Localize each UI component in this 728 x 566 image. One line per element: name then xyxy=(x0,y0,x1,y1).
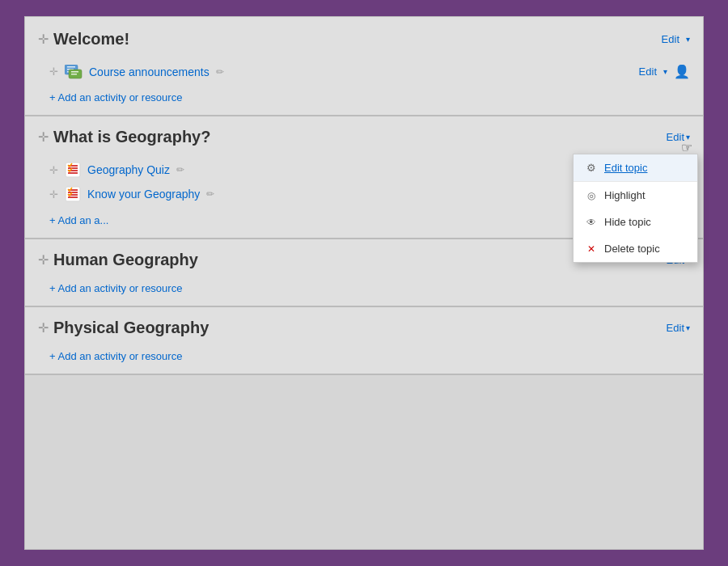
welcome-edit-btn[interactable]: Edit xyxy=(662,33,679,45)
svg-rect-8 xyxy=(71,74,77,75)
section-human-title: Human Geography xyxy=(53,251,198,269)
announcements-actions: Edit ▾ 👤 xyxy=(639,64,690,79)
know-edit-pencil[interactable]: ✏ xyxy=(206,188,214,200)
edit-topic-icon: ⚙ xyxy=(585,162,598,174)
delete-topic-icon: ✕ xyxy=(585,243,598,255)
section-welcome-title-area: ✛ Welcome! xyxy=(38,30,129,49)
main-container: ✛ Welcome! Edit ▾ ✛ xyxy=(0,0,728,566)
physical-edit-btn[interactable]: Edit xyxy=(667,322,684,334)
hide-topic-icon: 👁 xyxy=(585,217,598,228)
activity-item-announcements: ✛ Course announcements ✏ xyxy=(49,60,690,83)
know-geography-link[interactable]: Know your Geography xyxy=(87,188,200,201)
drag-handle-know[interactable]: ✛ xyxy=(49,188,58,201)
quiz-edit-pencil[interactable]: ✏ xyxy=(176,164,184,175)
section-physical: ✛ Physical Geography Edit ▾ + Add an act… xyxy=(25,307,703,375)
welcome-edit-area: Edit ▾ xyxy=(662,33,690,45)
edit-topic-link[interactable]: Edit topic xyxy=(604,162,647,174)
geography-edit-dropdown-container: Edit ▾ ☞ ⚙ Edit topic ◎ Highlight xyxy=(667,131,690,143)
drag-handle-human[interactable]: ✛ xyxy=(38,252,49,268)
section-welcome-header: ✛ Welcome! Edit ▾ xyxy=(25,17,703,57)
dropdown-item-highlight[interactable]: ◎ Highlight xyxy=(574,182,697,209)
add-activity-welcome[interactable]: + Add an activity or resource xyxy=(25,87,703,115)
section-physical-title: Physical Geography xyxy=(53,319,209,337)
drag-handle-quiz[interactable]: ✛ xyxy=(49,164,58,176)
highlight-label: Highlight xyxy=(604,189,645,201)
add-activity-human[interactable]: + Add an activity or resource xyxy=(25,277,703,306)
highlight-icon: ◎ xyxy=(585,190,598,201)
delete-topic-label: Delete topic xyxy=(604,243,660,255)
content-area: ✛ Welcome! Edit ▾ ✛ xyxy=(24,16,704,550)
forum-icon xyxy=(65,65,83,79)
svg-rect-7 xyxy=(71,71,78,73)
geography-dropdown-menu: ☞ ⚙ Edit topic ◎ Highlight 👁 Hide topic xyxy=(573,154,698,263)
drag-handle-physical[interactable]: ✛ xyxy=(38,320,49,336)
physical-edit-area: Edit ▾ xyxy=(667,322,690,334)
drag-handle-announcements[interactable]: ✛ xyxy=(49,65,58,78)
person-icon: 👤 xyxy=(674,64,690,79)
physical-edit-caret[interactable]: ▾ xyxy=(686,323,690,332)
section-human-title-area: ✛ Human Geography xyxy=(38,251,198,269)
dropdown-item-delete-topic[interactable]: ✕ Delete topic xyxy=(574,235,697,262)
welcome-edit-caret[interactable]: ▾ xyxy=(686,35,690,44)
section-geography-title-area: ✛ What is Geography? xyxy=(38,128,210,146)
quiz-icon-2 xyxy=(65,186,81,202)
announcements-edit-btn[interactable]: Edit xyxy=(639,65,657,78)
dropdown-item-hide-topic[interactable]: 👁 Hide topic xyxy=(574,209,697,235)
announcements-edit-pencil[interactable]: ✏ xyxy=(216,66,224,78)
announcements-link[interactable]: Course announcements xyxy=(89,65,210,78)
section-physical-header: ✛ Physical Geography Edit ▾ xyxy=(25,307,703,345)
announcements-edit-caret[interactable]: ▾ xyxy=(663,67,667,76)
section-geography-header: ✛ What is Geography? Edit ▾ ☞ ⚙ Edit t xyxy=(25,116,703,154)
section-geography-title: What is Geography? xyxy=(53,128,210,146)
section-physical-title-area: ✛ Physical Geography xyxy=(38,319,209,337)
svg-rect-2 xyxy=(67,66,75,68)
section-geography: ✛ What is Geography? Edit ▾ ☞ ⚙ Edit t xyxy=(25,116,703,239)
cursor-indicator: ☞ xyxy=(681,140,692,155)
drag-handle-geography[interactable]: ✛ xyxy=(38,129,49,145)
drag-handle-welcome[interactable]: ✛ xyxy=(38,32,49,47)
dropdown-item-edit-topic[interactable]: ⚙ Edit topic xyxy=(574,154,697,182)
quiz-icon-1 xyxy=(65,162,81,178)
hide-topic-label: Hide topic xyxy=(604,216,651,228)
section-welcome-title: Welcome! xyxy=(53,30,129,49)
add-activity-physical[interactable]: + Add an activity or resource xyxy=(25,345,703,374)
geography-quiz-link[interactable]: Geography Quiz xyxy=(87,163,170,176)
section-welcome: ✛ Welcome! Edit ▾ ✛ xyxy=(25,17,703,116)
section-welcome-items: ✛ Course announcements ✏ xyxy=(25,57,703,87)
